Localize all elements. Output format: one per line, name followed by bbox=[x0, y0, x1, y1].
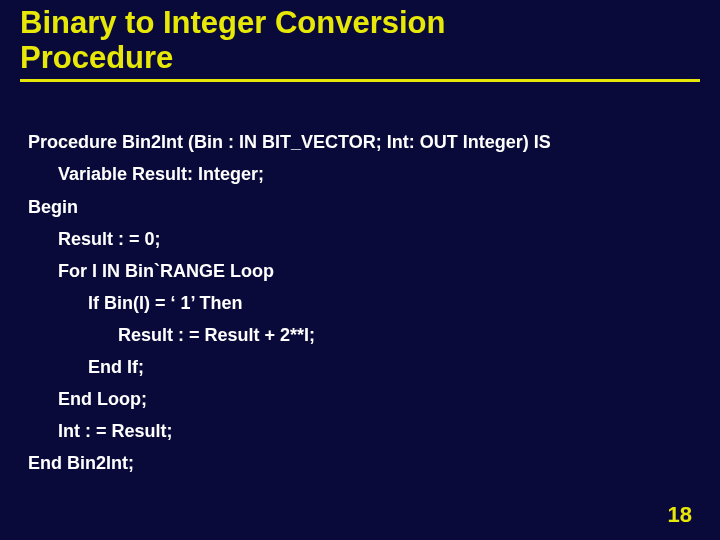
slide-title-line1: Binary to Integer Conversion bbox=[20, 6, 700, 41]
code-line: End Bin2Int; bbox=[28, 447, 720, 479]
code-line: Result : = 0; bbox=[28, 223, 720, 255]
code-line: Int : = Result; bbox=[28, 415, 720, 447]
slide-title-line2: Procedure bbox=[20, 41, 700, 76]
code-line: Variable Result: Integer; bbox=[28, 158, 720, 190]
code-line: Begin bbox=[28, 191, 720, 223]
code-line: Result : = Result + 2**I; bbox=[28, 319, 720, 351]
slide-title-block: Binary to Integer Conversion Procedure bbox=[0, 0, 720, 82]
code-listing: Procedure Bin2Int (Bin : IN BIT_VECTOR; … bbox=[0, 82, 720, 478]
page-number: 18 bbox=[668, 502, 692, 528]
code-line: If Bin(I) = ‘ 1’ Then bbox=[28, 287, 720, 319]
code-line: End Loop; bbox=[28, 383, 720, 415]
code-line: Procedure Bin2Int (Bin : IN BIT_VECTOR; … bbox=[28, 126, 720, 158]
code-line: For I IN Bin`RANGE Loop bbox=[28, 255, 720, 287]
code-line: End If; bbox=[28, 351, 720, 383]
